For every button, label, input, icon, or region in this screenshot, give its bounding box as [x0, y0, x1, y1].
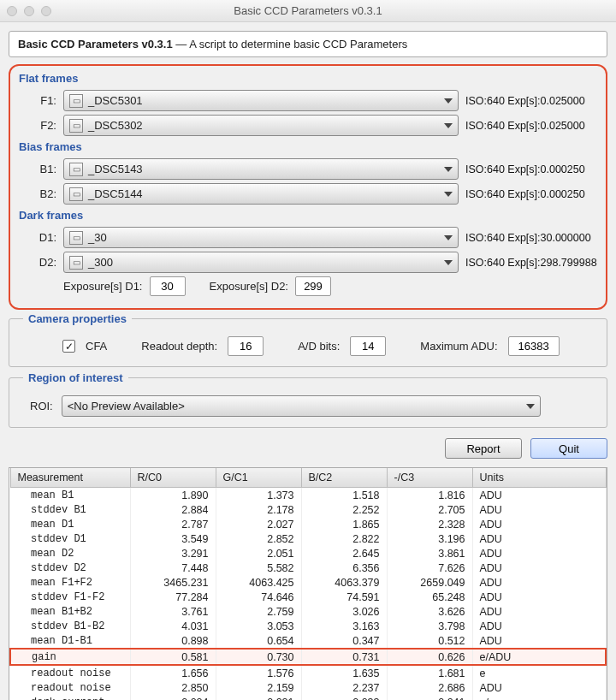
table-row[interactable]: mean B1+B23.7612.7593.0263.626ADU [10, 604, 606, 619]
measurement-cell: readout noise [10, 680, 130, 695]
table-row[interactable]: readout noise2.8502.1592.2372.686ADU [10, 680, 606, 695]
quit-button[interactable]: Quit [530, 438, 607, 459]
image-icon: ▭ [69, 163, 83, 176]
b2-dropdown[interactable]: ▭ _DSC5144 [63, 183, 459, 205]
exposure-d2-input[interactable] [295, 276, 331, 296]
exposure-d2-label: Exposure[s] D2: [210, 280, 289, 293]
table-row[interactable]: stddev D27.4485.5826.3567.626ADU [10, 561, 606, 575]
image-icon: ▭ [69, 94, 83, 108]
value-cell: 1.635 [301, 665, 387, 680]
value-cell: 2.328 [387, 517, 472, 531]
table-row[interactable]: mean D1-B10.8980.6540.3470.512ADU [10, 633, 606, 649]
readout-depth-label: Readout depth: [141, 340, 217, 353]
value-cell: 2.850 [130, 680, 216, 695]
b2-value: _DSC5144 [88, 187, 143, 200]
measurement-cell: dark current [10, 695, 130, 700]
table-row[interactable]: stddev B1-B24.0313.0533.1633.798ADU [10, 619, 606, 633]
f1-label: F1: [14, 94, 56, 107]
table-row[interactable]: mean D12.7872.0271.8652.328ADU [10, 517, 606, 531]
d1-value: _30 [88, 231, 107, 244]
dark-frames-group: Dark frames D1: ▭ _30 ISO:640 Exp[s]:30.… [10, 211, 606, 303]
b1-meta: ISO:640 Exp[s]:0.000250 [465, 163, 602, 175]
header-desc: — A script to determine basic CCD Parame… [173, 38, 408, 50]
roi-dropdown[interactable]: <No Preview Available> [62, 395, 541, 417]
value-cell: 2.884 [130, 502, 216, 517]
value-cell: 0.731 [301, 649, 387, 665]
value-cell: 5.582 [216, 561, 301, 575]
b2-meta: ISO:640 Exp[s]:0.000250 [465, 188, 602, 200]
value-cell: 2.237 [301, 680, 387, 695]
value-cell: 0.512 [387, 633, 472, 649]
results-table[interactable]: MeasurementR/C0G/C1B/C2-/C3Units mean B1… [9, 467, 607, 700]
value-cell: 7.626 [387, 561, 472, 575]
value-cell: 2.252 [301, 502, 387, 517]
value-cell: 0.898 [130, 633, 216, 649]
max-adu-input[interactable] [508, 336, 560, 356]
cfa-checkbox[interactable]: ✓ [62, 340, 75, 353]
units-cell: ADU [472, 680, 606, 695]
table-header[interactable]: B/C2 [301, 468, 387, 488]
measurement-cell: mean D2 [10, 546, 130, 561]
value-cell: 3.861 [387, 546, 472, 561]
header-title: Basic CCD Parameters v0.3.1 [18, 38, 173, 50]
value-cell: 3.291 [130, 546, 216, 561]
exposure-d1-input[interactable] [150, 276, 186, 296]
flat-frames-legend: Flat frames [14, 72, 83, 85]
f1-value: _DSC5301 [88, 94, 143, 107]
ad-bits-input[interactable] [350, 336, 386, 356]
value-cell: 0.024 [130, 695, 216, 700]
value-cell: 0.347 [301, 633, 387, 649]
units-cell: e/ADU [472, 649, 606, 665]
value-cell: 2.759 [216, 604, 301, 619]
value-cell: 74.591 [301, 590, 387, 604]
table-row[interactable]: stddev B12.8842.1782.2522.705ADU [10, 502, 606, 517]
d2-meta: ISO:640 Exp[s]:298.799988 [465, 257, 602, 269]
b2-label: B2: [14, 187, 56, 200]
units-cell: ADU [472, 619, 606, 633]
table-row[interactable]: dark current0.0240.0210.0330.041e/sec [10, 695, 606, 700]
table-row[interactable]: mean D23.2912.0512.6453.861ADU [10, 546, 606, 561]
value-cell: 0.021 [216, 695, 301, 700]
units-cell: ADU [472, 502, 606, 517]
f1-dropdown[interactable]: ▭ _DSC5301 [63, 90, 459, 111]
table-row[interactable]: gain0.5810.7300.7310.626e/ADU [10, 649, 606, 665]
value-cell: 1.890 [130, 488, 216, 503]
roi-group: Region of interest ROI: <No Preview Avai… [9, 377, 607, 428]
table-row[interactable]: mean B11.8901.3731.5181.816ADU [10, 488, 606, 503]
value-cell: 3.026 [301, 604, 387, 619]
readout-depth-input[interactable] [228, 336, 264, 356]
table-header[interactable]: G/C1 [216, 468, 301, 488]
b1-label: B1: [14, 163, 56, 175]
value-cell: 1.518 [301, 488, 387, 503]
table-row[interactable]: readout noise1.6561.5761.6351.681e [10, 665, 606, 680]
units-cell: ADU [472, 546, 606, 561]
cfa-label: CFA [86, 340, 107, 353]
value-cell: 3.761 [130, 604, 216, 619]
window-title: Basic CCD Parameters v0.3.1 [0, 4, 616, 17]
b1-dropdown[interactable]: ▭ _DSC5143 [63, 158, 459, 180]
roi-value: <No Preview Available> [68, 400, 185, 412]
value-cell: 4.031 [130, 619, 216, 633]
roi-label: ROI: [30, 400, 53, 412]
f2-dropdown[interactable]: ▭ _DSC5302 [63, 115, 459, 136]
value-cell: 0.033 [301, 695, 387, 700]
f2-meta: ISO:640 Exp[s]:0.025000 [465, 120, 602, 132]
value-cell: 2.159 [216, 680, 301, 695]
table-row[interactable]: stddev F1-F277.28474.64674.59165.248ADU [10, 590, 606, 604]
table-header[interactable]: R/C0 [130, 468, 216, 488]
d2-dropdown[interactable]: ▭ _300 [63, 252, 459, 273]
d1-dropdown[interactable]: ▭ _30 [63, 227, 459, 248]
table-row[interactable]: stddev D13.5492.8522.8223.196ADU [10, 531, 606, 546]
value-cell: 3465.231 [130, 575, 216, 590]
table-header[interactable]: Measurement [10, 468, 130, 488]
table-row[interactable]: mean F1+F23465.2314063.4254063.3792659.0… [10, 575, 606, 590]
camera-properties-legend: Camera properties [23, 312, 132, 325]
report-button[interactable]: Report [445, 438, 522, 459]
table-header[interactable]: -/C3 [387, 468, 472, 488]
image-icon: ▭ [69, 119, 83, 133]
ad-bits-label: A/D bits: [298, 340, 340, 353]
f2-value: _DSC5302 [88, 119, 143, 132]
value-cell: 2.645 [301, 546, 387, 561]
units-cell: ADU [472, 604, 606, 619]
table-header[interactable]: Units [472, 468, 606, 488]
